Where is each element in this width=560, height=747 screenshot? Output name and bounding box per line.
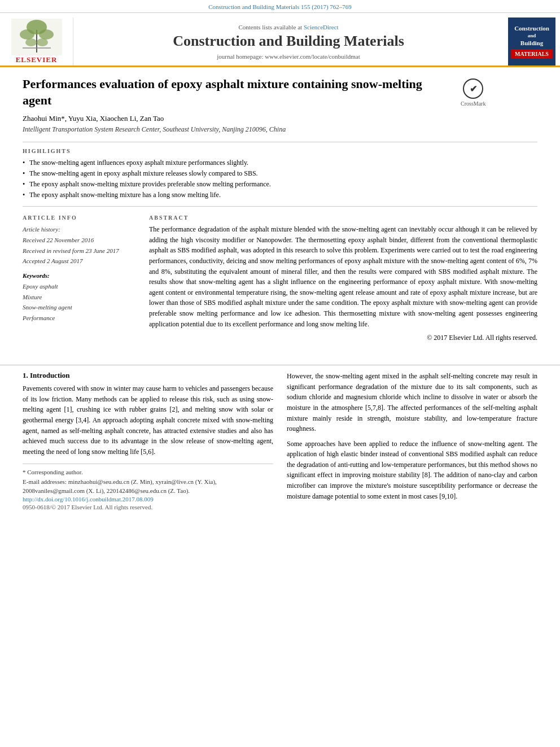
crossmark-area: ✔ CrossMark [461,78,485,107]
logo-red-bar: MATERIALS [511,49,553,59]
body-content: 1. Introduction Pavements covered with s… [0,371,560,510]
journal-citation: Construction and Building Materials 155 … [0,0,560,13]
authors-line: Zhaohui Min*, Yuyu Xia, Xiaochen Li, Zan… [23,114,537,123]
highlights-label: HIGHLIGHTS [23,148,537,154]
logo-line1: Construction [514,24,549,32]
info-abstract-row: ARTICLE INFO Article history: Received 2… [23,215,537,342]
article-history: Article history: Received 22 November 20… [23,224,135,267]
intro-para-3: Some approaches have been applied to red… [287,439,537,502]
affiliation: Intelligent Transportation System Resear… [23,125,537,134]
logo-line3: Building [520,39,543,47]
abstract-col: ABSTRACT The performance degradation of … [149,215,537,342]
intro-heading: 1. Introduction [23,371,273,380]
sciencedirect-link: Contents lists available at ScienceDirec… [238,24,338,30]
svg-point-4 [39,29,54,40]
crossmark-icon: ✔ [463,78,483,99]
highlights-section: HIGHLIGHTS The snow-melting agent influe… [23,142,537,207]
article-info-col: ARTICLE INFO Article history: Received 2… [23,215,135,342]
article-content: Performances evaluation of epoxy asphalt… [0,67,560,359]
article-title: Performances evaluation of epoxy asphalt… [23,76,452,108]
keywords-section: Keywords: Epoxy asphalt Mixture Snow-mel… [23,272,135,324]
elsevier-logo-area: ELSEVIER [0,18,73,65]
copyright-line: © 2017 Elsevier Ltd. All rights reserved… [149,334,537,342]
corresponding-author-note: * Corresponding author. [23,468,273,477]
footnote-area: * Corresponding author. E-mail addresses… [23,464,273,496]
highlight-item: The epoxy asphalt snow-melting mixture h… [23,190,537,200]
abstract-text: The performance degradation of the aspha… [149,224,537,329]
journal-title: Construction and Building Materials [173,33,404,50]
crossmark-label: CrossMark [461,101,485,107]
intro-para-2: However, the snow-melting agent mixed in… [287,371,537,434]
journal-center-info: Contents lists available at ScienceDirec… [73,18,504,65]
journal-homepage: journal homepage: www.elsevier.com/locat… [217,53,360,60]
email-footnote: E-mail addresses: minzhaohui@seu.edu.cn … [23,477,273,496]
elsevier-tree-icon [11,19,62,55]
journal-logo-box: Construction and Building MATERIALS [508,18,555,65]
keywords-list: Epoxy asphalt Mixture Snow-melting agent… [23,281,135,324]
article-info-label: ARTICLE INFO [23,215,135,221]
intro-para-1: Pavements covered with snow in winter ma… [23,383,273,457]
section-divider [0,365,560,365]
highlight-item: The snow-melting agent in epoxy asphalt … [23,168,537,179]
title-row: Performances evaluation of epoxy asphalt… [23,76,537,114]
svg-point-6 [37,38,48,46]
logo-line2: and [528,33,536,40]
highlights-list: The snow-melting agent influences epoxy … [23,158,537,200]
journal-logo-right: Construction and Building MATERIALS [504,18,560,65]
issn-footer: 0950-0618/© 2017 Elsevier Ltd. All right… [23,504,273,510]
doi-line: http://dx.doi.org/10.1016/j.conbuildmat.… [23,496,273,503]
highlight-item: The snow-melting agent influences epoxy … [23,158,537,168]
body-right-col: However, the snow-melting agent mixed in… [287,371,537,510]
body-left-col: 1. Introduction Pavements covered with s… [23,371,273,510]
abstract-label: ABSTRACT [149,215,537,221]
elsevier-label: ELSEVIER [16,55,58,64]
svg-point-5 [25,38,37,46]
highlight-item: The epoxy asphalt snow-melting mixture p… [23,179,537,190]
citation-text: Construction and Building Materials 155 … [208,3,352,10]
svg-point-3 [20,29,34,40]
journal-header: ELSEVIER Contents lists available at Sci… [0,13,560,67]
keywords-label: Keywords: [23,272,135,279]
sciencedirect-anchor[interactable]: ScienceDirect [304,24,339,30]
